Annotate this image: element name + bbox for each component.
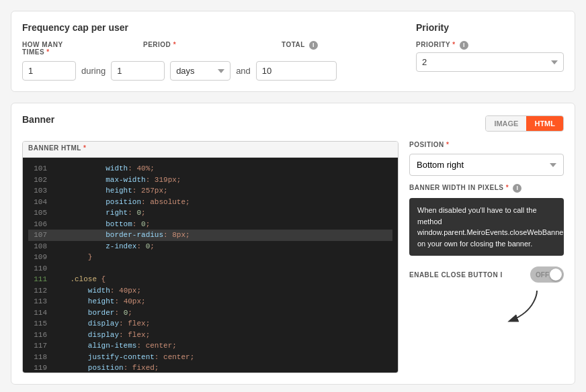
code-line: 114 border: 0; (28, 307, 392, 319)
priority-section: Priority PRIORITY * i 2 1 3 (416, 22, 564, 72)
code-line: 104 position: absolute; (28, 197, 392, 208)
code-editor-wrapper: BANNER HTML * 101 width: 40%; 102 max-wi… (22, 141, 399, 373)
code-editor[interactable]: 101 width: 40%; 102 max-width: 319px; 10… (23, 158, 398, 373)
during-label: during (81, 66, 106, 76)
arrow-annotation (409, 291, 564, 328)
total-info-icon[interactable]: i (309, 41, 318, 50)
days-select[interactable]: days hours weeks (170, 61, 231, 81)
priority-info-icon[interactable]: i (460, 41, 468, 50)
total-input[interactable] (256, 61, 337, 81)
tooltip-box: When disabled you'll have to call the me… (409, 198, 564, 256)
banner-html-label: BANNER HTML * (28, 144, 392, 152)
banner-width-label: BANNER WIDTH IN PIXELS * i (409, 184, 564, 193)
code-line: 117 align-items: center; (28, 340, 392, 352)
code-line: 118 justify-content: center; (28, 352, 392, 363)
code-line: 119 position: fixed; (28, 362, 392, 373)
banner-section: Banner IMAGE HTML BANNER HTML * 101 widt… (11, 103, 575, 385)
enable-close-label: ENABLE CLOSE BUTTON i (409, 271, 503, 279)
enable-close-toggle[interactable]: OFF (530, 266, 564, 283)
and-label: and (236, 66, 251, 76)
banner-width-field: BANNER WIDTH IN PIXELS * i When disabled… (409, 184, 564, 256)
code-line: 101 width: 40%; (28, 163, 392, 175)
toggle-knob (550, 268, 562, 281)
code-line: 106 bottom: 0; (28, 219, 392, 230)
frequency-cap-section: Frequency cap per user HOW MANY TIMES * … (22, 22, 405, 81)
how-many-times-label: HOW MANY TIMES * (22, 41, 76, 56)
toggle-track: OFF (530, 266, 564, 283)
code-line: 108 z-index: 0; (28, 241, 392, 252)
frequency-priority-card: Frequency cap per user HOW MANY TIMES * … (11, 11, 575, 92)
banner-view-toggle: IMAGE HTML (485, 115, 564, 132)
code-line: 113 height: 40px; (28, 296, 392, 307)
enable-close-row: ENABLE CLOSE BUTTON i OFF (409, 266, 564, 283)
code-line: 111 .close { (28, 274, 392, 285)
position-label: POSITION * (409, 141, 564, 148)
banner-width-info-icon[interactable]: i (513, 184, 521, 193)
period-input[interactable] (111, 61, 165, 81)
code-line: 115 display: flex; (28, 318, 392, 330)
priority-select[interactable]: 2 1 3 (416, 52, 564, 72)
image-btn[interactable]: IMAGE (486, 116, 526, 131)
code-line: 103 height: 257px; (28, 185, 392, 197)
priority-title: Priority (416, 22, 564, 33)
toggle-off-label: OFF (536, 271, 549, 279)
code-line: 112 width: 40px; (28, 285, 392, 297)
code-line: 109 } (28, 252, 392, 263)
position-select[interactable]: Bottom right Bottom left Top right Top l… (409, 154, 564, 176)
frequency-cap-title: Frequency cap per user (22, 22, 405, 33)
enable-close-info-icon[interactable]: i (500, 271, 502, 279)
position-field: POSITION * Bottom right Bottom left Top … (409, 141, 564, 176)
total-label: TOTAL i (282, 41, 318, 50)
period-label: PERIOD * (143, 41, 210, 48)
banner-header: Banner IMAGE HTML (22, 114, 564, 133)
right-panel: POSITION * Bottom right Bottom left Top … (409, 141, 564, 373)
banner-body: BANNER HTML * 101 width: 40%; 102 max-wi… (22, 141, 564, 373)
how-many-times-input[interactable] (22, 61, 76, 81)
priority-label: PRIORITY * i (416, 41, 564, 50)
arrow-svg (497, 287, 550, 328)
code-line: 110 (28, 263, 392, 275)
code-line-highlighted: 107 border-radius: 8px; (28, 230, 392, 241)
code-line: 116 display: flex; (28, 330, 392, 341)
code-line: 102 max-width: 319px; (28, 175, 392, 186)
code-line: 105 right: 0; (28, 207, 392, 219)
banner-title: Banner (22, 114, 54, 125)
html-btn[interactable]: HTML (526, 116, 563, 131)
